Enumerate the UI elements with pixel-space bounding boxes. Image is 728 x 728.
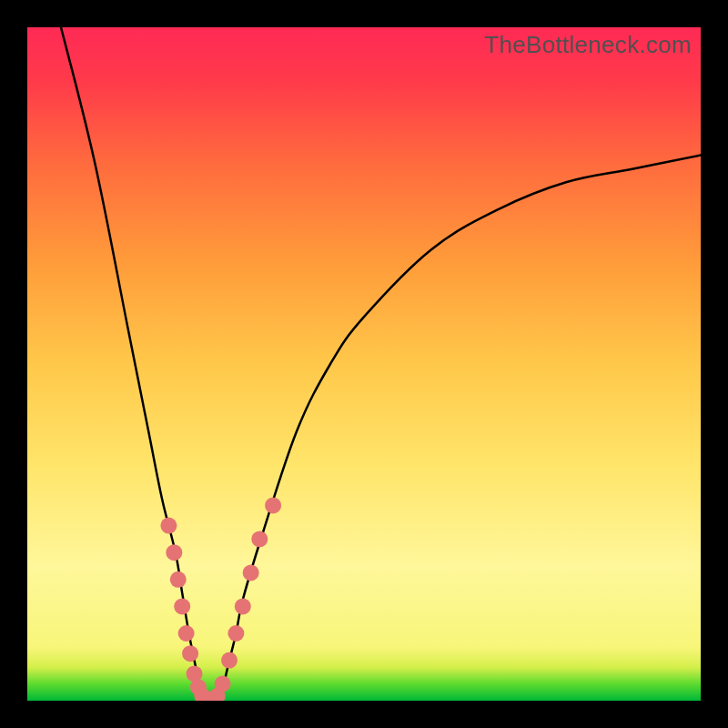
chart-frame: TheBottleneck.com [0,0,728,728]
data-marker [174,598,190,614]
data-marker [235,598,251,614]
left-branch-line [61,27,209,701]
data-marker [243,564,259,581]
data-marker [178,625,195,642]
right-branch-line [209,156,701,701]
marker-layer [160,497,281,701]
data-marker [215,676,231,693]
data-marker [228,625,244,642]
watermark-text: TheBottleneck.com [484,31,692,59]
chart-canvas [27,27,701,701]
data-marker [251,531,268,547]
data-marker [182,645,198,662]
data-marker [265,497,281,513]
data-marker [170,571,187,588]
data-marker [160,518,177,534]
plot-area: TheBottleneck.com [27,27,701,701]
data-marker [166,544,182,561]
data-marker [221,652,238,669]
